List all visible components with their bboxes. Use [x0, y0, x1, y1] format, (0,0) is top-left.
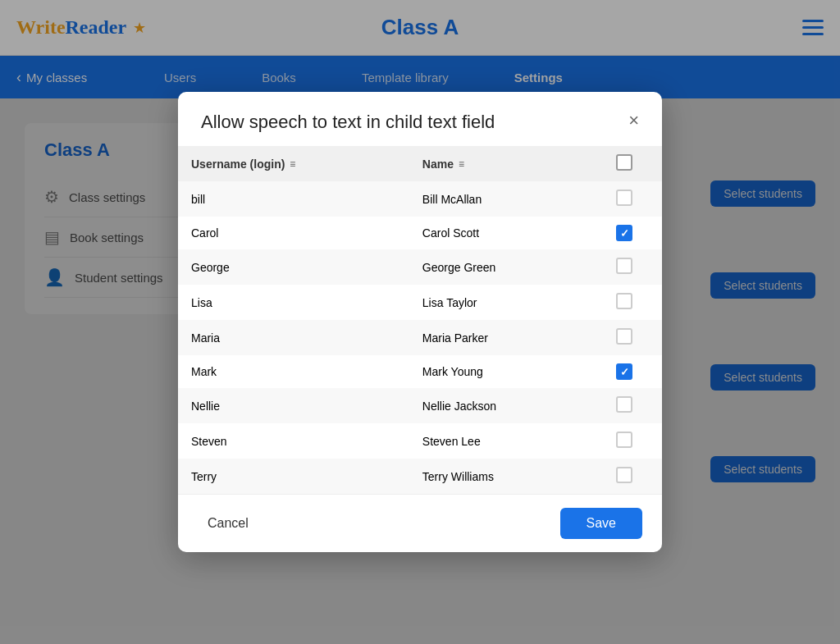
table-row: GeorgeGeorge Green — [178, 249, 662, 285]
student-checkbox[interactable] — [616, 293, 632, 309]
name-filter-icon: ≡ — [459, 158, 464, 170]
modal-overlay: Allow speech to text in child text field… — [0, 0, 840, 644]
select-all-checkbox[interactable] — [616, 154, 632, 171]
student-checkbox[interactable] — [616, 363, 632, 380]
checkbox-cell[interactable] — [587, 320, 662, 355]
table-row: LisaLisa Taylor — [178, 285, 662, 320]
modal-footer: Cancel Save — [178, 494, 662, 552]
save-button[interactable]: Save — [560, 508, 642, 539]
student-checkbox[interactable] — [616, 225, 632, 241]
checkbox-cell[interactable] — [587, 459, 662, 494]
students-table: Username (login) ≡ Name ≡ — [178, 146, 662, 494]
cancel-button[interactable]: Cancel — [198, 509, 258, 537]
name-cell: Nellie Jackson — [409, 388, 587, 423]
student-checkbox[interactable] — [616, 328, 632, 345]
student-checkbox[interactable] — [616, 467, 632, 483]
username-column-header: Username (login) ≡ — [178, 146, 409, 181]
speech-to-text-modal: Allow speech to text in child text field… — [178, 92, 662, 552]
name-column-header: Name ≡ — [409, 146, 587, 181]
checkbox-column-header[interactable] — [587, 146, 662, 181]
username-cell: George — [178, 249, 409, 285]
modal-header: Allow speech to text in child text field… — [178, 92, 662, 146]
name-cell: Carol Scott — [409, 217, 587, 249]
username-cell: Terry — [178, 459, 409, 494]
checkbox-cell[interactable] — [587, 217, 662, 249]
checkbox-cell[interactable] — [587, 181, 662, 217]
student-checkbox[interactable] — [616, 396, 632, 413]
table-header-row: Username (login) ≡ Name ≡ — [178, 146, 662, 181]
table-row: NellieNellie Jackson — [178, 388, 662, 423]
table-row: TerryTerry Williams — [178, 459, 662, 494]
username-cell: Carol — [178, 217, 409, 249]
table-row: MarkMark Young — [178, 355, 662, 388]
table-row: CarolCarol Scott — [178, 217, 662, 249]
name-cell: George Green — [409, 249, 587, 285]
name-cell: Bill McAllan — [409, 181, 587, 217]
username-cell: bill — [178, 181, 409, 217]
name-cell: Terry Williams — [409, 459, 587, 494]
student-checkbox[interactable] — [616, 190, 632, 206]
table-row: StevenSteven Lee — [178, 423, 662, 459]
checkbox-cell[interactable] — [587, 249, 662, 285]
modal-title: Allow speech to text in child text field — [201, 112, 495, 133]
modal-close-button[interactable]: × — [628, 112, 639, 130]
checkbox-cell[interactable] — [587, 285, 662, 320]
modal-body: Username (login) ≡ Name ≡ — [178, 146, 662, 494]
username-cell: Steven — [178, 423, 409, 459]
filter-icon: ≡ — [290, 158, 295, 170]
username-cell: Maria — [178, 320, 409, 355]
checkbox-cell[interactable] — [587, 355, 662, 388]
name-cell: Lisa Taylor — [409, 285, 587, 320]
username-cell: Nellie — [178, 388, 409, 423]
name-cell: Mark Young — [409, 355, 587, 388]
table-row: MariaMaria Parker — [178, 320, 662, 355]
username-cell: Lisa — [178, 285, 409, 320]
table-row: billBill McAllan — [178, 181, 662, 217]
username-cell: Mark — [178, 355, 409, 388]
checkbox-cell[interactable] — [587, 423, 662, 459]
name-cell: Steven Lee — [409, 423, 587, 459]
name-cell: Maria Parker — [409, 320, 587, 355]
student-checkbox[interactable] — [616, 258, 632, 274]
student-checkbox[interactable] — [616, 432, 632, 448]
checkbox-cell[interactable] — [587, 388, 662, 423]
